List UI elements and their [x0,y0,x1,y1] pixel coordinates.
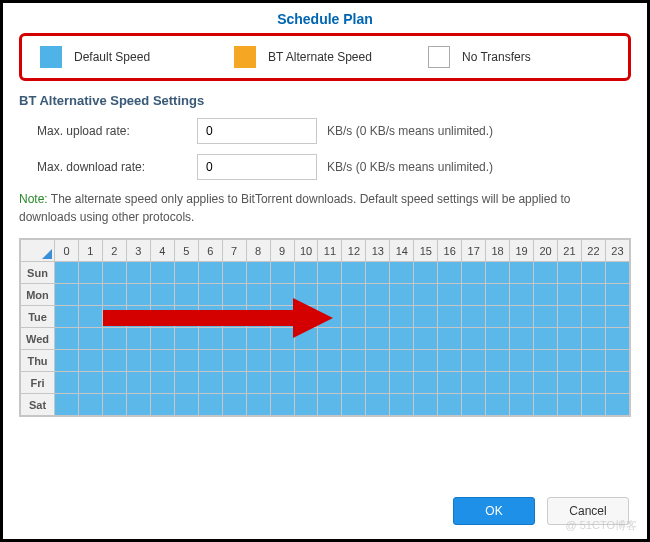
schedule-cell[interactable] [342,350,366,372]
schedule-cell[interactable] [150,394,174,416]
schedule-cell[interactable] [605,284,629,306]
schedule-cell[interactable] [414,394,438,416]
schedule-cell[interactable] [558,394,582,416]
schedule-cell[interactable] [294,372,318,394]
hour-header[interactable]: 23 [605,240,629,262]
schedule-cell[interactable] [222,284,246,306]
schedule-cell[interactable] [510,306,534,328]
schedule-cell[interactable] [150,372,174,394]
schedule-cell[interactable] [486,394,510,416]
hour-header[interactable]: 10 [294,240,318,262]
schedule-cell[interactable] [510,262,534,284]
schedule-cell[interactable] [581,306,605,328]
schedule-cell[interactable] [270,350,294,372]
schedule-cell[interactable] [390,262,414,284]
schedule-cell[interactable] [486,284,510,306]
schedule-cell[interactable] [390,284,414,306]
schedule-cell[interactable] [150,350,174,372]
schedule-cell[interactable] [605,394,629,416]
schedule-cell[interactable] [55,306,79,328]
schedule-cell[interactable] [198,262,222,284]
schedule-cell[interactable] [462,372,486,394]
schedule-cell[interactable] [605,350,629,372]
schedule-cell[interactable] [462,284,486,306]
day-header[interactable]: Fri [21,372,55,394]
schedule-cell[interactable] [126,306,150,328]
cancel-button[interactable]: Cancel [547,497,629,525]
schedule-cell[interactable] [294,328,318,350]
schedule-cell[interactable] [78,328,102,350]
hour-header[interactable]: 6 [198,240,222,262]
schedule-cell[interactable] [366,328,390,350]
schedule-cell[interactable] [126,284,150,306]
schedule-cell[interactable] [55,284,79,306]
schedule-cell[interactable] [150,306,174,328]
schedule-cell[interactable] [318,350,342,372]
schedule-cell[interactable] [390,328,414,350]
schedule-cell[interactable] [102,350,126,372]
schedule-cell[interactable] [270,328,294,350]
schedule-cell[interactable] [486,350,510,372]
schedule-cell[interactable] [126,394,150,416]
day-header[interactable]: Mon [21,284,55,306]
schedule-cell[interactable] [270,284,294,306]
schedule-cell[interactable] [438,328,462,350]
hour-header[interactable]: 15 [414,240,438,262]
schedule-cell[interactable] [126,350,150,372]
day-header[interactable]: Thu [21,350,55,372]
schedule-cell[interactable] [462,262,486,284]
day-header[interactable]: Tue [21,306,55,328]
hour-header[interactable]: 7 [222,240,246,262]
schedule-cell[interactable] [414,284,438,306]
schedule-cell[interactable] [78,306,102,328]
schedule-cell[interactable] [222,372,246,394]
schedule-cell[interactable] [246,306,270,328]
schedule-cell[interactable] [390,350,414,372]
hour-header[interactable]: 9 [270,240,294,262]
hour-header[interactable]: 2 [102,240,126,262]
schedule-cell[interactable] [366,284,390,306]
hour-header[interactable]: 5 [174,240,198,262]
schedule-cell[interactable] [174,328,198,350]
schedule-cell[interactable] [55,328,79,350]
schedule-cell[interactable] [605,262,629,284]
schedule-cell[interactable] [198,306,222,328]
schedule-cell[interactable] [558,284,582,306]
schedule-cell[interactable] [55,394,79,416]
day-header[interactable]: Sat [21,394,55,416]
schedule-cell[interactable] [102,306,126,328]
hour-header[interactable]: 17 [462,240,486,262]
schedule-cell[interactable] [438,284,462,306]
schedule-cell[interactable] [486,372,510,394]
schedule-cell[interactable] [510,350,534,372]
upload-input[interactable] [197,118,317,144]
schedule-cell[interactable] [318,372,342,394]
schedule-cell[interactable] [581,328,605,350]
schedule-cell[interactable] [174,350,198,372]
hour-header[interactable]: 11 [318,240,342,262]
schedule-cell[interactable] [150,262,174,284]
schedule-cell[interactable] [605,306,629,328]
schedule-cell[interactable] [102,262,126,284]
schedule-cell[interactable] [486,262,510,284]
schedule-cell[interactable] [174,284,198,306]
schedule-cell[interactable] [78,284,102,306]
schedule-cell[interactable] [534,372,558,394]
schedule-cell[interactable] [246,350,270,372]
schedule-cell[interactable] [342,328,366,350]
schedule-cell[interactable] [558,350,582,372]
schedule-cell[interactable] [581,372,605,394]
schedule-cell[interactable] [318,328,342,350]
schedule-cell[interactable] [318,306,342,328]
schedule-cell[interactable] [414,350,438,372]
schedule-cell[interactable] [438,306,462,328]
schedule-cell[interactable] [486,328,510,350]
schedule-cell[interactable] [366,262,390,284]
schedule-cell[interactable] [102,394,126,416]
schedule-cell[interactable] [558,328,582,350]
schedule-cell[interactable] [414,262,438,284]
hour-header[interactable]: 21 [558,240,582,262]
schedule-cell[interactable] [366,394,390,416]
schedule-cell[interactable] [438,372,462,394]
schedule-cell[interactable] [462,394,486,416]
